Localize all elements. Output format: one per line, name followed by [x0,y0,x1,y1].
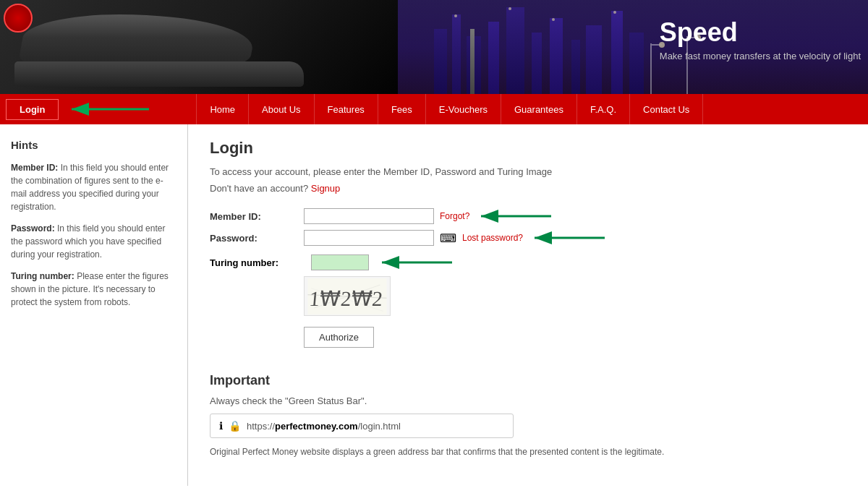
important-title: Important [210,373,846,388]
forgot-link[interactable]: Forgot? [440,211,469,221]
address-url-bold: perfectmoney.com [275,421,358,432]
sidebar: Hints Member ID: In this field you shoul… [0,124,188,486]
sidebar-member-id-hint: Member ID: In this field you should ente… [11,161,176,213]
member-id-row: Member ID: Forgot? [210,208,846,224]
nav-features[interactable]: Features [315,94,378,124]
turing-arrow-icon [376,254,456,270]
member-id-input[interactable] [304,208,434,224]
important-check-text: Always check the "Green Status Bar". [210,395,846,406]
nav-home[interactable]: Home [196,94,249,124]
nav-faq[interactable]: F.A.Q. [577,94,630,124]
sidebar-password-label: Password: [11,223,55,234]
nav-about[interactable]: About Us [249,94,314,124]
turing-section: Turing number: [210,254,846,316]
nav-evouchers[interactable]: E-Vouchers [426,94,501,124]
page-header: Speed Make fast money transfers at the v… [0,0,868,94]
login-arrow-indicator [66,101,153,117]
address-url-text: https://perfectmoney.com/login.html [247,421,401,432]
address-bar: ℹ 🔒 https://perfectmoney.com/login.html [210,414,514,438]
lost-password-link[interactable]: Lost password? [462,233,523,243]
turing-input-row: Turing number: [210,254,846,270]
login-tab-button[interactable]: Login [6,99,59,120]
important-section: Important Always check the "Green Status… [210,373,846,458]
authorize-button[interactable]: Authorize [304,327,374,348]
no-account-label: Don't have an account? [210,183,308,194]
header-text-block: Speed Make fast money transfers at the v… [660,18,861,61]
main-container: Hints Member ID: In this field you shoul… [0,124,868,486]
sidebar-turing-hint: Turing number: Please enter the figures … [11,270,176,309]
password-row: Password: ⌨ Lost password? [210,230,846,246]
sidebar-turing-label: Turing number: [11,271,75,281]
turing-input[interactable] [311,254,369,270]
password-input[interactable] [304,230,434,246]
nav-contact[interactable]: Contact Us [630,94,703,124]
navbar: Login Home About Us Features Fees E-Vouc… [0,94,868,124]
svg-text:1₩2₩2: 1₩2₩2 [308,287,383,310]
padlock-icon: 🔒 [229,420,241,432]
content-area: Login To access your account, please ent… [188,124,868,486]
header-subtitle: Make fast money transfers at the velocit… [660,51,861,61]
sidebar-member-id-label: Member ID: [11,163,58,173]
authorize-button-container: Authorize [210,327,846,366]
member-id-label: Member ID: [210,211,304,222]
nav-links: Home About Us Features Fees E-Vouchers G… [196,94,703,124]
sidebar-title: Hints [11,139,176,151]
important-note-text: Original Perfect Money website displays … [210,445,680,458]
signup-link[interactable]: Signup [311,183,340,194]
signup-text: Don't have an account? Signup [210,183,846,194]
header-title: Speed [660,18,861,47]
password-input-group: ⌨ Lost password? [304,230,608,246]
keyboard-icon[interactable]: ⌨ [440,231,456,245]
nav-fees[interactable]: Fees [378,94,426,124]
turing-captcha-image: 1₩2₩2 [304,276,391,316]
header-car-image [0,0,420,94]
turing-number-label: Turing number: [210,257,304,268]
logo-badge [4,4,33,33]
sidebar-password-hint: Password: In this field you should enter… [11,222,176,261]
turing-image-container: 1₩2₩2 [304,276,846,316]
nav-guarantees[interactable]: Guarantees [501,94,577,124]
password-label: Password: [210,233,304,244]
forgot-arrow-icon [475,208,555,224]
member-id-input-group: Forgot? [304,208,555,224]
lost-password-arrow-icon [529,230,608,246]
intro-text: To access your account, please enter the… [210,166,846,177]
page-title: Login [210,139,846,158]
info-icon: ℹ [219,420,223,432]
